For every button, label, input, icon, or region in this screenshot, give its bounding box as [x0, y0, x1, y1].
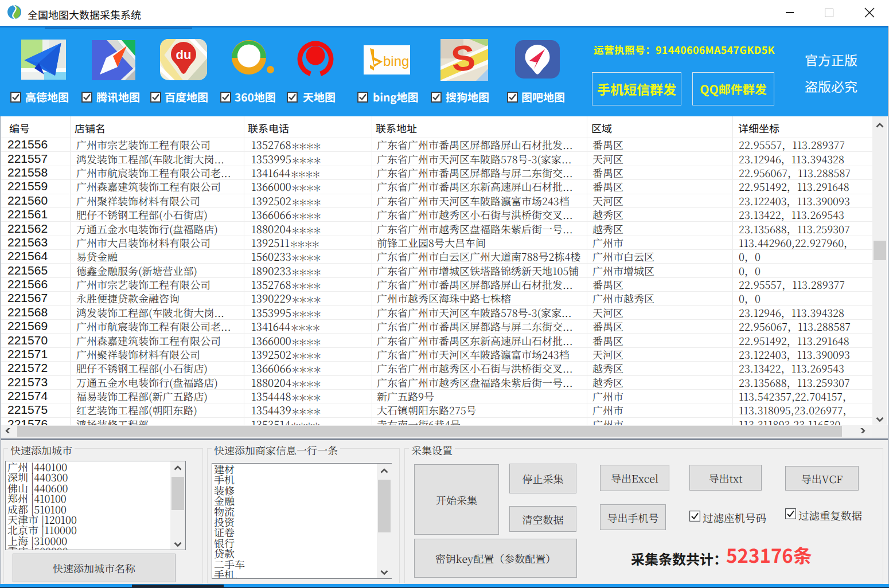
svg-text:du: du — [176, 48, 192, 62]
svg-text:bing: bing — [383, 53, 409, 69]
svg-text:S: S — [449, 39, 477, 79]
